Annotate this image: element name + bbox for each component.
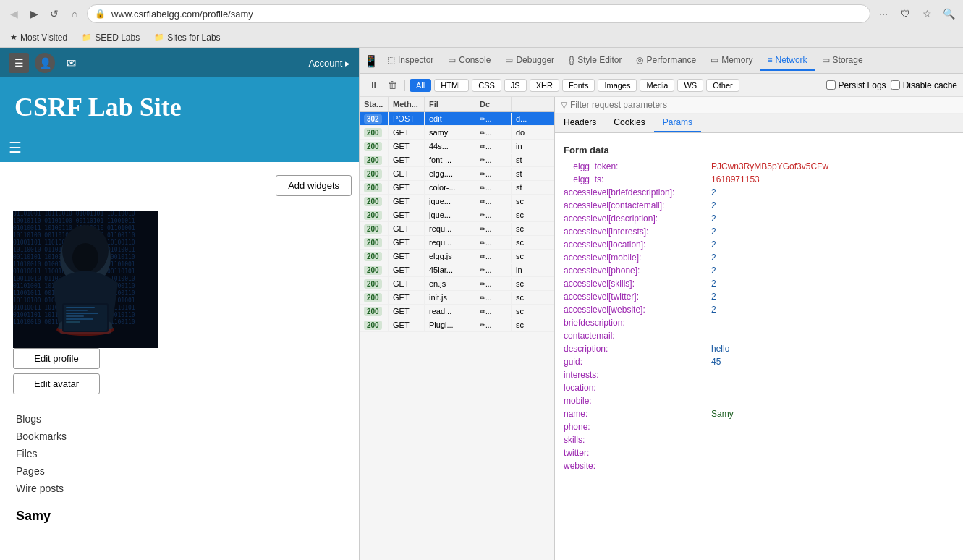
forward-button[interactable]: ▶ (26, 6, 42, 22)
network-row[interactable]: 200 GET color-... ✏... st (360, 181, 554, 195)
row-method: GET (389, 208, 425, 221)
row-status: 200 (360, 291, 389, 304)
home-button[interactable]: ⌂ (67, 6, 82, 22)
bookmark-seed-labs[interactable]: 📁 SEED Labs (77, 31, 144, 44)
network-row[interactable]: 200 GET elgg.js ✏... sc (360, 250, 554, 263)
hamburger-icon[interactable]: ☰ (9, 139, 22, 156)
network-row[interactable]: 200 GET 44s... ✏... in (360, 140, 554, 153)
site-menu-icon[interactable]: ☰ (9, 53, 29, 73)
bookmark-sites-for-labs[interactable]: 📁 Sites for Labs (150, 31, 224, 44)
persist-logs-input[interactable] (826, 80, 836, 90)
network-row[interactable]: 200 GET en.js ✏... sc (360, 277, 554, 291)
status-badge: 200 (364, 266, 382, 275)
network-row[interactable]: 200 GET Plugi... ✏... sc (360, 318, 554, 332)
network-row[interactable]: 200 GET samy ✏... do (360, 126, 554, 140)
row-dc: st (512, 181, 533, 194)
site-mail-icon[interactable]: ✉ (61, 53, 81, 73)
filter-html-button[interactable]: HTML (434, 79, 469, 92)
tab-inspector[interactable]: ⬚ Inspector (380, 51, 441, 71)
filter-fonts-button[interactable]: Fonts (562, 79, 595, 92)
form-field: twitter: (564, 448, 954, 458)
pocket-button[interactable]: 🛡 (896, 5, 914, 22)
browser-right-icons: ··· 🛡 ☆ 🔍 (875, 5, 957, 22)
field-name: website: (564, 461, 708, 471)
tab-storage[interactable]: ▭ Storage (815, 51, 870, 71)
network-icon: ≡ (768, 55, 773, 65)
disable-cache-checkbox[interactable]: Disable cache (891, 80, 957, 90)
bookmarks-link[interactable]: Bookmarks (16, 428, 343, 445)
filter-all-button[interactable]: All (410, 79, 431, 92)
filter-other-button[interactable]: Other (706, 79, 739, 92)
profile-image: 01101001 10110010 01001101 10110010 1001… (13, 211, 158, 348)
row-file: jque... (425, 195, 475, 208)
persist-logs-checkbox[interactable]: Persist Logs (826, 80, 886, 90)
reload-button[interactable]: ↺ (46, 6, 62, 22)
tab-console[interactable]: ▭ Console (441, 51, 498, 71)
clear-button[interactable]: 🗑 (384, 77, 400, 93)
edit-avatar-button[interactable]: Edit avatar (13, 373, 100, 394)
tab-style-editor[interactable]: {} Style Editor (561, 51, 629, 71)
bookmark-most-visited[interactable]: ★ Most Visited (6, 31, 72, 44)
filter-media-button[interactable]: Media (640, 79, 674, 92)
network-row[interactable]: 200 GET jque... ✏... sc (360, 195, 554, 208)
form-field: accesslevel[twitter]: 2 (564, 292, 954, 302)
row-dc: sc (512, 318, 533, 331)
edit-profile-button[interactable]: Edit profile (13, 348, 100, 369)
form-field: __elgg_token: PJCwn3RyMB5pYGof3v5CFw (564, 161, 954, 171)
url-input[interactable] (111, 9, 862, 20)
pause-recording-button[interactable]: ⏸ (365, 77, 381, 93)
row-file: elgg.js (425, 250, 475, 263)
filter-ws-button[interactable]: WS (677, 79, 703, 92)
tab-debugger[interactable]: ▭ Debugger (498, 51, 561, 71)
network-row[interactable]: 200 GET requ... ✏... sc (360, 222, 554, 236)
network-row[interactable]: 200 GET jque... ✏... sc (360, 208, 554, 222)
filter-js-button[interactable]: JS (504, 79, 527, 92)
devtools-responsive-button[interactable]: 📱 (362, 52, 380, 69)
extensions-button[interactable]: ··· (875, 5, 892, 22)
tab-network[interactable]: ≡ Network (760, 51, 815, 71)
site-user-icon[interactable]: 👤 (35, 53, 55, 73)
filter-params-input[interactable] (570, 100, 957, 110)
blogs-link[interactable]: Blogs (16, 410, 343, 428)
field-name: phone: (564, 422, 708, 432)
disable-cache-input[interactable] (891, 80, 900, 90)
detail-tab-headers[interactable]: Headers (555, 114, 605, 132)
account-button[interactable]: Account ▸ (308, 58, 350, 69)
detail-tab-cookies[interactable]: Cookies (605, 114, 653, 132)
row-status: 200 (360, 263, 389, 276)
status-badge: 200 (364, 293, 382, 302)
back-button[interactable]: ◀ (6, 6, 22, 22)
filter-xhr-button[interactable]: XHR (530, 79, 559, 92)
row-method: GET (389, 291, 425, 304)
wire-posts-link[interactable]: Wire posts (16, 480, 343, 497)
bookmark-button[interactable]: ☆ (918, 5, 936, 22)
row-status: 200 (360, 208, 389, 221)
filter-right: Persist Logs Disable cache (826, 80, 957, 90)
field-value: hello (711, 344, 729, 354)
row-file: elgg.... (425, 167, 475, 180)
row-dc: d... (512, 112, 533, 125)
search-button[interactable]: 🔍 (940, 5, 957, 22)
style-editor-icon: {} (569, 55, 574, 65)
tab-memory[interactable]: ▭ Memory (703, 51, 760, 71)
profile-section: 01101001 10110010 01001101 10110010 1001… (7, 205, 352, 404)
filter-params-bar: ▽ (555, 97, 963, 114)
field-name: twitter: (564, 448, 708, 458)
network-row[interactable]: 200 GET read... ✏... sc (360, 305, 554, 318)
network-row[interactable]: 200 GET requ... ✏... sc (360, 236, 554, 250)
row-method: GET (389, 318, 425, 331)
network-row[interactable]: 200 GET elgg.... ✏... st (360, 167, 554, 181)
row-file: init.js (425, 291, 475, 304)
network-row[interactable]: 200 GET font-... ✏... st (360, 153, 554, 167)
add-widgets-button[interactable]: Add widgets (276, 175, 352, 196)
tab-performance[interactable]: ◎ Performance (629, 51, 703, 71)
filter-images-button[interactable]: Images (598, 79, 637, 92)
network-row[interactable]: 200 GET init.js ✏... sc (360, 291, 554, 305)
files-link[interactable]: Files (16, 445, 343, 462)
network-row[interactable]: 200 GET 45lar... ✏... in (360, 263, 554, 277)
network-row[interactable]: 302 POST edit ✏... d... (360, 112, 554, 126)
header-status: Sta... (360, 97, 389, 111)
detail-tab-params[interactable]: Params (654, 114, 701, 132)
pages-link[interactable]: Pages (16, 462, 343, 480)
filter-css-button[interactable]: CSS (472, 79, 501, 92)
